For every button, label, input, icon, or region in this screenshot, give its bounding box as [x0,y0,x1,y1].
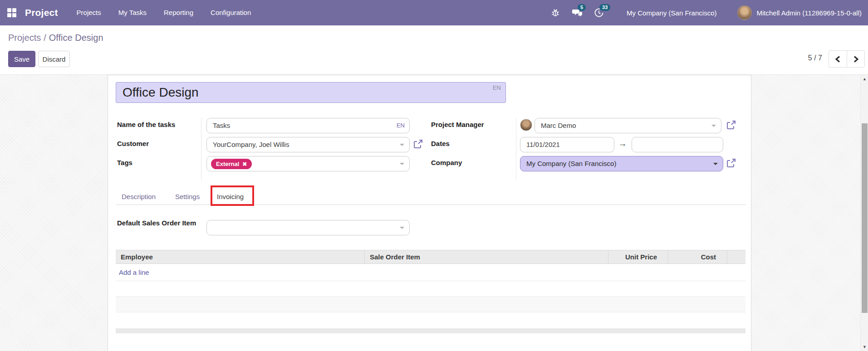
default-sales-order-item-input[interactable] [206,220,410,235]
pager-next-button[interactable] [847,50,865,68]
default-sales-order-item-label: Default Sales Order Item [117,218,190,228]
company-value: My Company (San Francisco) [526,160,616,167]
messages-icon[interactable]: 5 [572,8,582,18]
right-group-divider [516,118,516,180]
scrollbar-up-arrow[interactable]: ▲ [861,77,868,81]
project-manager-external-link-icon[interactable] [726,120,736,131]
company-external-link-icon[interactable] [726,158,736,169]
column-header-cost[interactable]: Cost [668,250,727,263]
date-start-value: 11/01/2021 [526,141,560,148]
title-lang-badge[interactable]: EN [493,84,501,91]
tag-remove-icon[interactable]: ✖ [242,161,247,167]
breadcrumb-separator: / [41,33,49,43]
activities-count-badge: 33 [599,4,610,11]
scrollbar-thumb[interactable] [862,123,868,313]
company-dropdown-caret[interactable] [713,163,718,165]
tag-external[interactable]: External ✖ [211,159,252,169]
sheet-footer-bar [116,328,745,333]
save-button[interactable]: Save [8,51,35,67]
task-name-value: Tasks [213,122,230,129]
breadcrumb-projects-link[interactable]: Projects [8,33,41,43]
app-brand[interactable]: Project [25,7,58,18]
menu-my-tasks[interactable]: My Tasks [110,0,155,25]
project-name-value: Office Design [123,85,199,100]
menu-projects[interactable]: Projects [68,0,110,25]
company-input[interactable]: My Company (San Francisco) [520,156,723,171]
dates-label: Dates [431,140,450,147]
debug-bug-icon[interactable] [550,8,560,18]
navbar-systray: 5 33 My Company (San Francisco) Mitchell… [550,5,868,20]
customer-label: Customer [117,140,149,147]
default-sales-order-item-caret[interactable] [400,227,404,229]
messages-count-badge: 5 [578,4,586,11]
record-pager [829,50,865,68]
project-manager-input[interactable]: Marc Demo [535,118,721,133]
add-a-line-link[interactable]: Add a line [119,268,149,276]
invoicing-tab-annotation-box [211,185,254,206]
menu-reporting[interactable]: Reporting [155,0,202,25]
vertical-scrollbar[interactable]: ▲ ▼ [860,75,868,351]
tags-label: Tags [117,159,132,166]
customer-value: YourCompany, Joel Willis [213,141,289,148]
dates-arrow-icon: → [616,139,629,149]
customer-external-link-icon[interactable] [412,139,423,150]
table-empty-alt-row [116,296,745,312]
column-header-actions [727,250,745,263]
tab-description[interactable]: Description [122,193,156,200]
company-label: Company [431,159,462,166]
task-name-lang-badge[interactable]: EN [397,122,405,129]
scrollbar-down-arrow[interactable]: ▼ [861,345,868,349]
pager-previous-button[interactable] [829,50,847,68]
tab-settings[interactable]: Settings [175,193,200,200]
table-row-border [116,281,745,281]
company-switcher[interactable]: My Company (San Francisco) [627,9,716,17]
apps-menu-icon[interactable] [7,8,16,17]
project-manager-label: Project Manager [431,121,484,128]
column-header-unit-price[interactable]: Unit Price [608,250,668,263]
date-end-input[interactable] [632,137,723,152]
date-start-input[interactable]: 11/01/2021 [520,137,614,152]
column-header-sale-order-item[interactable]: Sale Order Item [364,250,608,263]
tags-input[interactable]: External ✖ [206,156,410,171]
activities-clock-icon[interactable]: 33 [594,8,604,18]
user-avatar[interactable] [737,5,752,20]
project-manager-value: Marc Demo [541,122,576,129]
user-menu[interactable]: Mitchell Admin (11286969-15-0-all) [756,9,862,17]
tag-label: External [216,161,239,167]
odoo-project-form-page: Project Projects My Tasks Reporting Conf… [0,0,868,351]
left-group-divider [201,118,201,180]
column-header-employee[interactable]: Employee [116,250,364,263]
task-name-input[interactable]: Tasks EN [206,118,410,133]
top-navbar: Project Projects My Tasks Reporting Conf… [0,0,868,25]
project-manager-avatar [520,119,532,131]
breadcrumb-current: Office Design [49,33,103,43]
tags-dropdown-caret[interactable] [400,163,404,165]
customer-dropdown-caret[interactable] [400,144,404,146]
project-name-input[interactable]: Office Design EN [116,82,506,103]
pager-counter: 5 / 7 [795,54,822,62]
customer-input[interactable]: YourCompany, Joel Willis [206,137,410,152]
breadcrumb: Projects/Office Design [8,33,103,43]
task-name-label: Name of the tasks [117,121,175,128]
project-manager-dropdown-caret[interactable] [711,125,716,127]
menu-configuration[interactable]: Configuration [202,0,260,25]
employee-rate-table-header: Employee Sale Order Item Unit Price Cost [116,250,745,264]
discard-button[interactable]: Discard [38,51,70,67]
